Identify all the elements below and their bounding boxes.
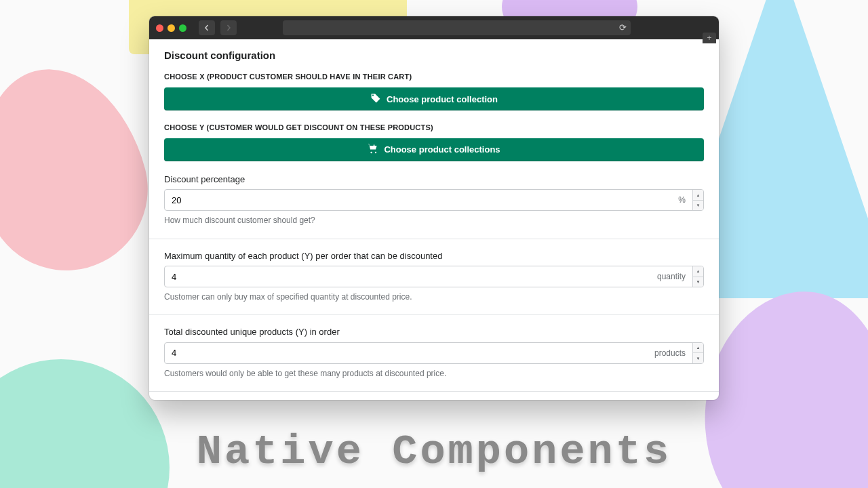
choose-x-collection-button[interactable]: Choose product collection [164,87,704,110]
discount-percentage-label: Discount percentage [164,174,704,186]
unique-products-stepper[interactable]: ▲ ▼ [692,343,703,363]
traffic-lights [156,24,186,32]
choose-y-button-label: Choose product collections [384,144,500,155]
choose-x-label: CHOOSE X (PRODUCT CUSTOMER SHOULD HAVE I… [164,72,704,82]
browser-window: ⟳ + Discount configuration CHOOSE X (PRO… [149,16,719,400]
unique-products-suffix: products [648,343,692,363]
stepper-up-icon[interactable]: ▲ [693,190,703,201]
stepper-down-icon[interactable]: ▼ [693,353,703,363]
caption-text: Native Components [0,428,868,476]
max-qty-each-field[interactable]: quantity ▲ ▼ [164,266,704,287]
stepper-down-icon[interactable]: ▼ [693,277,703,287]
page-title: Discount configuration [164,49,704,62]
max-qty-each-help: Customer can only buy max of specified q… [164,291,704,302]
decor-blob-pink [0,50,166,289]
choose-y-collections-button[interactable]: Choose product collections [164,138,704,161]
max-qty-each-label: Maximum quantity of each product (Y) per… [164,250,704,262]
discount-percentage-stepper[interactable]: ▲ ▼ [692,190,703,210]
address-bar[interactable]: ⟳ [283,20,631,35]
choose-y-label: CHOOSE Y (CUSTOMER WOULD GET DISCOUNT ON… [164,123,704,133]
forward-button[interactable] [220,20,237,35]
max-qty-each-input[interactable] [165,266,650,287]
add-to-cart-icon [368,143,378,156]
discount-percentage-help: How much discount customer should get? [164,215,704,226]
stepper-down-icon[interactable]: ▼ [693,201,703,211]
unique-products-input[interactable] [165,343,648,363]
divider [149,314,719,315]
discount-percentage-suffix: % [671,190,692,210]
max-qty-each-suffix: quantity [650,266,692,287]
discount-percentage-field[interactable]: % ▲ ▼ [164,189,704,211]
unique-products-label: Total discounted unique products (Y) in … [164,326,704,338]
discount-percentage-input[interactable] [165,190,671,210]
unique-products-help: Customers would only be able to get thes… [164,368,704,379]
browser-title-bar: ⟳ + [149,16,719,39]
divider [149,239,719,239]
minimize-window-button[interactable] [167,24,175,32]
close-window-button[interactable] [156,24,163,32]
reload-icon[interactable]: ⟳ [619,22,627,33]
new-tab-button[interactable]: + [703,33,716,43]
unique-products-field[interactable]: products ▲ ▼ [164,342,704,364]
choose-x-button-label: Choose product collection [387,94,498,104]
page-content: Discount configuration CHOOSE X (PRODUCT… [149,39,719,400]
maximize-window-button[interactable] [179,24,186,32]
divider [149,391,719,392]
back-button[interactable] [199,20,215,35]
stepper-up-icon[interactable]: ▲ [693,266,703,277]
price-tag-icon [370,93,381,106]
max-qty-each-stepper[interactable]: ▲ ▼ [692,266,703,287]
stepper-up-icon[interactable]: ▲ [693,343,703,354]
